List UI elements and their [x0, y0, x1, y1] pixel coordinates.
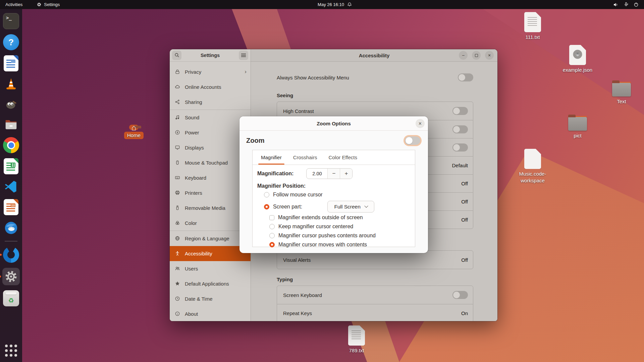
desktop-icon-111-txt[interactable]: 111.txt	[514, 12, 551, 41]
radio-icon[interactable]	[264, 192, 269, 197]
checkbox-icon[interactable]	[269, 215, 274, 220]
toggle[interactable]	[452, 125, 468, 133]
dialog-close-button[interactable]: ×	[416, 119, 425, 128]
close-button[interactable]: ×	[485, 51, 494, 60]
desktop-icon-music-code-workspace[interactable]: Music.code-workspace	[514, 149, 551, 184]
sidebar-item-default-applications[interactable]: Default Applications	[170, 276, 251, 291]
row-value: On	[461, 310, 468, 316]
window-controls: − ×	[459, 51, 494, 60]
app-grid-button[interactable]	[5, 345, 17, 357]
high-contrast-toggle[interactable]	[452, 107, 468, 115]
chevron-right-icon: ›	[245, 68, 247, 75]
option-cursor-moves-with-contents[interactable]: Magnifier cursor moves with contents	[269, 242, 415, 248]
dock-item-libreoffice-writer[interactable]	[4, 55, 18, 71]
sidebar-item-power[interactable]: Power	[170, 125, 251, 140]
dock-item-help[interactable]: ?	[3, 34, 19, 50]
desktop-icon-example-json[interactable]: example.json	[559, 45, 596, 73]
search-button[interactable]	[172, 51, 181, 60]
dock-item-settings[interactable]	[2, 268, 20, 285]
dock: >_ ? ♻	[0, 9, 22, 362]
radio-icon[interactable]	[269, 233, 275, 238]
sidebar-item-online-accounts[interactable]: Online Accounts	[170, 79, 251, 95]
radio-checked-icon[interactable]	[264, 204, 269, 209]
option-keep-cursor-centered[interactable]: Keep magnifier cursor centered	[269, 224, 415, 230]
sidebar-item-label: Privacy	[185, 69, 201, 75]
maximize-button[interactable]	[472, 51, 481, 60]
tab-crosshairs[interactable]: Crosshairs	[287, 150, 323, 165]
activities-button[interactable]: Activities	[5, 2, 22, 7]
sidebar-item-sound[interactable]: Sound	[170, 110, 251, 125]
repeat-keys-row[interactable]: Repeat Keys On	[277, 304, 473, 321]
sidebar-item-removable-media[interactable]: Removable Media	[170, 200, 251, 216]
sidebar-item-color[interactable]: Color	[170, 216, 251, 231]
desktop-icon-text-folder[interactable]: Text	[603, 82, 640, 105]
sidebar-item-printers[interactable]: Printers	[170, 185, 251, 200]
sidebar-item-sharing[interactable]: Sharing	[170, 95, 251, 110]
dock-item-gimp[interactable]	[3, 96, 19, 112]
option-magnifier-extends[interactable]: Magnifier extends outside of screen	[269, 215, 415, 221]
dock-item-vlc[interactable]	[4, 76, 18, 91]
dock-item-vscode[interactable]	[4, 179, 18, 194]
radio-checked-icon[interactable]	[269, 242, 275, 247]
dock-item-libreoffice-calc[interactable]	[4, 158, 18, 174]
volume-icon	[613, 2, 619, 7]
visual-alerts-row[interactable]: Visual Alerts Off	[277, 251, 473, 269]
dialog-header[interactable]: Zoom Options ×	[239, 116, 428, 131]
radio-icon[interactable]	[269, 224, 275, 229]
running-indicator	[0, 276, 1, 278]
option-label: Magnifier cursor pushes contents around	[278, 233, 376, 239]
sidebar-item-accessibility[interactable]: Accessibility	[170, 246, 251, 261]
increase-button[interactable]: +	[340, 169, 352, 179]
vscode-icon	[4, 179, 18, 194]
app-menu-button[interactable]: Settings	[37, 2, 60, 7]
dock-item-terminal[interactable]: >_	[3, 13, 19, 29]
option-screen-part[interactable]: Screen part: Full Screen	[264, 201, 415, 213]
sidebar-item-about[interactable]: About	[170, 306, 251, 321]
option-cursor-pushes-contents[interactable]: Magnifier cursor pushes contents around	[269, 233, 415, 239]
vlc-icon	[4, 76, 18, 91]
sidebar-item-keyboard[interactable]: Keyboard	[170, 170, 251, 185]
close-icon: ×	[419, 121, 422, 127]
dock-item-blue-ring-app[interactable]	[3, 247, 19, 263]
page-title: Accessibility	[359, 53, 390, 58]
dock-item-trash[interactable]: ♻	[3, 290, 19, 306]
sidebar-item-displays[interactable]: Displays	[170, 140, 251, 155]
screen-part-dropdown[interactable]: Full Screen	[327, 201, 374, 213]
desktop: Activities Settings May 26 16:10	[0, 0, 644, 362]
dock-item-libreoffice-impress[interactable]	[4, 199, 18, 215]
dock-item-thunderbird[interactable]	[3, 220, 19, 236]
minimize-button[interactable]: −	[459, 51, 468, 60]
option-follow-mouse-cursor[interactable]: Follow mouse cursor	[264, 192, 415, 198]
magnification-value[interactable]: 2.00	[307, 169, 327, 179]
tab-magnifier[interactable]: Magnifier	[255, 150, 287, 165]
sidebar-item-mouse-touchpad[interactable]: Mouse & Touchpad	[170, 155, 251, 170]
always-show-accessibility-menu-toggle[interactable]	[458, 73, 473, 81]
dock-item-chrome[interactable]	[3, 137, 19, 153]
toggle[interactable]	[452, 143, 468, 152]
row-label: Screen Keyboard	[283, 292, 322, 298]
sidebar-item-label: Region & Language	[185, 236, 229, 241]
decrease-button[interactable]: −	[327, 169, 340, 179]
screen-keyboard-toggle[interactable]	[452, 291, 468, 299]
desktop-icon-pict-folder[interactable]: pict	[559, 117, 596, 139]
primary-menu-button[interactable]	[239, 51, 248, 60]
bell-icon	[347, 2, 352, 7]
hamburger-icon	[241, 53, 246, 57]
clock-button[interactable]: May 26 16:10	[318, 2, 352, 7]
dock-item-files[interactable]	[3, 117, 19, 132]
sidebar-item-label: Accessibility	[185, 251, 212, 256]
desktop-icon-home[interactable]: ⌂ Home	[115, 125, 152, 139]
sidebar-item-label: Displays	[185, 145, 204, 150]
sidebar-item-users[interactable]: Users	[170, 261, 251, 276]
tab-bar: Magnifier Crosshairs Color Effects	[253, 150, 415, 165]
sidebar-item-privacy[interactable]: Privacy ›	[170, 64, 251, 79]
system-status-area[interactable]	[613, 2, 639, 7]
option-label: Keep magnifier cursor centered	[278, 224, 353, 230]
zoom-toggle[interactable]	[405, 136, 420, 145]
sidebar-item-date-time[interactable]: Date & Time	[170, 291, 251, 306]
dock-separator	[5, 241, 17, 241]
sidebar-item-region-language[interactable]: Region & Language	[170, 231, 251, 246]
tab-color-effects[interactable]: Color Effects	[323, 150, 363, 165]
color-wheel-icon	[174, 220, 180, 226]
desktop-icon-789-txt[interactable]: 789.txt	[338, 325, 375, 354]
